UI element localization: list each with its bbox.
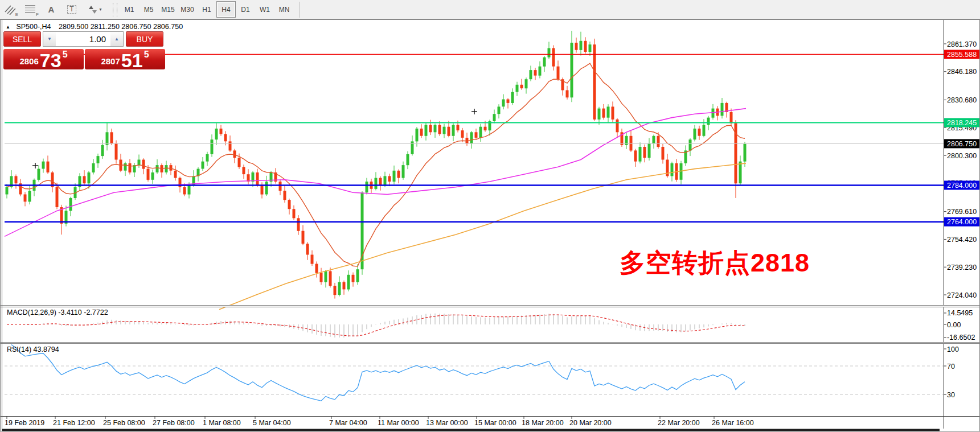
chart-canvas[interactable]: 2861.3702846.1802830.6802815.4902800.300… bbox=[0, 19, 980, 432]
ma-medium-line bbox=[5, 109, 746, 237]
time-axis-label: 5 Mar 04:00 bbox=[253, 419, 291, 427]
volume-decrease-button[interactable]: ▼ bbox=[43, 31, 56, 47]
toolbar-drag-handle[interactable] bbox=[113, 3, 117, 17]
chevron-up-icon: ▲ bbox=[114, 36, 119, 42]
sell-button[interactable]: SELL bbox=[3, 31, 41, 47]
rsi-axis-label: 100 bbox=[947, 345, 959, 353]
timeframe-button-m15[interactable]: M15 bbox=[158, 1, 178, 18]
rsi-line bbox=[11, 345, 745, 401]
price-badge-label: 2784.000 bbox=[947, 182, 977, 190]
price-badge-label: 2818.245 bbox=[947, 119, 977, 127]
volume-input[interactable] bbox=[56, 31, 110, 47]
macd-axis-label: -16.6502 bbox=[947, 334, 975, 342]
time-axis-label: 13 Mar 00:00 bbox=[426, 419, 468, 427]
macd-histogram bbox=[7, 314, 745, 338]
volume-increase-button[interactable]: ▲ bbox=[110, 31, 124, 47]
time-axis-label: 19 Feb 2019 bbox=[5, 419, 44, 427]
timeframe-buttons: M1M5M15M30H1H4D1W1MN bbox=[120, 1, 294, 18]
rsi-axis-label: 70 bbox=[947, 363, 955, 371]
trade-panel-toggle-icon[interactable]: ▲ bbox=[6, 24, 10, 30]
chevron-down-icon[interactable]: ▼ bbox=[99, 7, 102, 11]
price-axis-label: 2846.180 bbox=[947, 68, 977, 76]
time-axis-label: 15 Mar 00:00 bbox=[474, 419, 516, 427]
arrow-text-tool-button[interactable]: A bbox=[42, 2, 61, 18]
time-axis-label: 20 Mar 20:00 bbox=[569, 419, 612, 427]
time-axis-label: 7 Mar 04:00 bbox=[329, 419, 367, 427]
fibonacci-grid-icon bbox=[25, 5, 36, 15]
equidistant-channel-icon bbox=[5, 5, 16, 15]
chart-window: 2861.3702846.1802830.6802815.4902800.300… bbox=[0, 19, 980, 432]
time-axis-label: 11 Mar 00:00 bbox=[378, 419, 419, 427]
timeframe-button-h4[interactable]: H4 bbox=[216, 1, 236, 18]
chart-annotation: 多空转折点2818 bbox=[620, 246, 810, 280]
macd-axis-label: 0.00 bbox=[947, 321, 961, 329]
chart-title: ▲ SP500-,H4 2809.500 2811.250 2806.750 2… bbox=[6, 23, 183, 31]
ma-fast-line bbox=[7, 63, 745, 266]
price-axis-label: 2830.680 bbox=[947, 96, 977, 104]
time-axis-label: 26 Mar 16:00 bbox=[712, 419, 754, 427]
equidistant-channel-button[interactable]: E bbox=[1, 2, 20, 18]
time-axis-label: 21 Feb 12:00 bbox=[53, 419, 95, 427]
tool-sub-label: E bbox=[15, 12, 18, 17]
rsi-label: RSI(14) 43.8794 bbox=[7, 345, 59, 353]
timeframe-button-w1[interactable]: W1 bbox=[255, 1, 274, 18]
price-badge-label: 2806.750 bbox=[947, 140, 977, 148]
time-axis-label: 25 Feb 08:00 bbox=[103, 419, 145, 427]
arrow-objects-button[interactable]: ▼ bbox=[83, 2, 109, 18]
timeframe-button-mn[interactable]: MN bbox=[274, 1, 294, 18]
price-axis-label: 2739.230 bbox=[947, 264, 977, 271]
text-label-tool-button[interactable]: T bbox=[62, 2, 81, 18]
price-axis-label: 2861.370 bbox=[947, 40, 977, 48]
arrow-objects-icon bbox=[89, 5, 97, 14]
buy-button[interactable]: BUY bbox=[126, 31, 163, 47]
timeframe-button-d1[interactable]: D1 bbox=[236, 1, 255, 18]
chart-window-border bbox=[1, 20, 980, 432]
toolbar-separator bbox=[300, 2, 300, 18]
price-badge-label: 2855.588 bbox=[947, 51, 977, 59]
ohlc-values: 2809.500 2811.250 2806.750 2806.750 bbox=[59, 23, 183, 31]
timeframe-button-m30[interactable]: M30 bbox=[178, 1, 197, 18]
chevron-down-icon: ▼ bbox=[47, 36, 52, 42]
bottom-bar bbox=[2, 429, 940, 431]
text-label-icon: T bbox=[67, 5, 76, 14]
time-axis-label: 27 Feb 08:00 bbox=[153, 419, 195, 427]
time-axis-label: 18 Mar 20:00 bbox=[522, 419, 564, 427]
rsi-axis-label: 30 bbox=[947, 391, 955, 399]
toolbar: E F A T ▼ M1M5M15M30H1H4D1W1MN bbox=[0, 0, 980, 19]
timeframe-button-m1[interactable]: M1 bbox=[120, 1, 139, 18]
fibonacci-tool-button[interactable]: F bbox=[21, 2, 40, 18]
symbol-period-label: SP500-,H4 bbox=[16, 23, 51, 31]
tool-sub-label: F bbox=[36, 12, 39, 17]
macd-label: MACD(12,26,9) -3.4110 -2.7722 bbox=[7, 308, 108, 316]
time-axis-label: 22 Mar 20:00 bbox=[658, 419, 700, 427]
price-axis-label: 2724.040 bbox=[947, 291, 977, 299]
sell-price-display[interactable]: 2806735 bbox=[3, 49, 84, 69]
macd-signal-line bbox=[7, 315, 745, 336]
macd-axis-label: 14.5495 bbox=[947, 309, 973, 317]
price-axis-label: 2800.300 bbox=[947, 152, 977, 160]
timeframe-button-h1[interactable]: H1 bbox=[197, 1, 216, 18]
letter-a-icon: A bbox=[48, 5, 55, 14]
timeframe-button-m5[interactable]: M5 bbox=[139, 1, 158, 18]
one-click-trade-panel: SELL ▼ ▲ BUY 2806735 2807515 bbox=[3, 31, 167, 69]
price-badge-label: 2764.000 bbox=[947, 218, 977, 226]
buy-price-display[interactable]: 2807515 bbox=[85, 49, 165, 69]
price-axis-label: 2769.610 bbox=[947, 208, 977, 216]
time-axis-label: 1 Mar 08:00 bbox=[203, 419, 241, 427]
price-axis-label: 2754.420 bbox=[947, 236, 977, 244]
